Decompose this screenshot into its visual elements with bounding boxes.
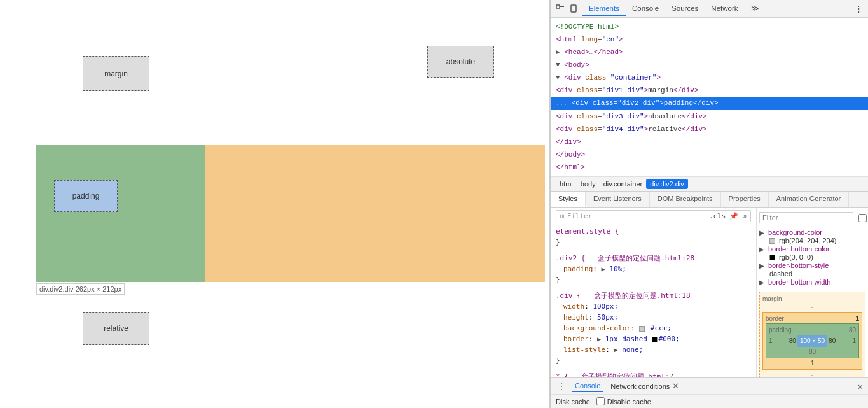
dom-line-div3[interactable]: <div class="div3 div">absolute</div> <box>556 110 863 123</box>
console-menu-icon[interactable]: ⋮ <box>556 381 567 392</box>
style-block-div2: .div2 { 盒子模型的定位问题.html:28 padding: ▶ 10%… <box>556 253 751 285</box>
box-border-area: border 1 padding80 1 80 100 × <box>762 312 862 370</box>
dom-line-doctype: <!DOCTYPE html> <box>556 20 863 33</box>
box-padding-area: padding80 1 80 100 × 50 80 1 <box>766 323 859 358</box>
console-tab[interactable]: Console <box>572 381 603 392</box>
subtab-dom-breakpoints[interactable]: DOM Breakpoints <box>650 192 721 207</box>
filter-icon: ⊞ <box>560 212 565 220</box>
computed-row-border-bottom-width: ▶ border-bottom-width <box>759 278 865 286</box>
computed-filter-bar: Show all <box>759 210 865 225</box>
show-all-label[interactable]: Show all <box>858 210 868 225</box>
box-model-panel: Show all ▶ background-color rgb(204, 204… <box>757 208 868 377</box>
show-all-checkbox[interactable] <box>858 214 867 222</box>
div-absolute: absolute <box>427 46 494 78</box>
filter-label: Filter <box>567 212 593 220</box>
subtab-properties[interactable]: Properties <box>721 192 769 207</box>
computed-bg-val: rgb(204, 204, 204) <box>759 237 865 244</box>
tab-more[interactable]: ≫ <box>745 1 766 17</box>
div-container: padding div.div2.div 262px × 212px <box>36 145 545 282</box>
subtab-animation-generator[interactable]: Animation Generator <box>769 192 850 207</box>
box-model-diagram: margin − - border 1 padding80 <box>759 292 865 377</box>
dom-line-container-close: </div> <box>556 136 863 148</box>
div-padding: padding <box>54 180 118 212</box>
svg-rect-0 <box>556 5 560 8</box>
dom-line-body-close: </body> <box>556 148 863 161</box>
subtab-event-listeners[interactable]: Event Listeners <box>586 192 650 207</box>
devtools-toolbar: Elements Console Sources Network ≫ ⋮ <box>551 0 868 18</box>
expand-border-width-icon[interactable]: ▶ <box>759 279 764 286</box>
computed-filter-input[interactable] <box>759 212 853 223</box>
tab-sources[interactable]: Sources <box>665 2 705 16</box>
computed-row-bg: ▶ background-color <box>759 228 865 237</box>
devtools-toolbar-right: ⋮ <box>853 3 864 15</box>
more-icon[interactable]: ⊕ <box>742 212 747 220</box>
div-container-right <box>205 145 545 282</box>
expand-border-style-icon[interactable]: ▶ <box>759 262 764 269</box>
disk-cache-bar: Disk cache Disable cache <box>551 395 868 408</box>
settings-icon[interactable]: ⋮ <box>853 3 864 15</box>
computed-border-style-val: dashed <box>759 270 865 278</box>
breadcrumb-body[interactable]: body <box>577 179 600 189</box>
div-tooltip: div.div2.div 262px × 212px <box>36 283 125 295</box>
close-console-icon[interactable]: ✕ <box>858 381 863 391</box>
dom-line-html[interactable]: <html lang="en"> <box>556 33 863 46</box>
styles-left: ⊞ Filter + .cls 📌 ⊕ element.style { } .d… <box>551 208 757 377</box>
style-block-element: element.style { } <box>556 226 751 248</box>
add-style-icon[interactable]: + <box>701 212 705 220</box>
dom-line-head[interactable]: ▶ <head>…</head> <box>556 46 863 59</box>
box-content-area: 100 × 50 <box>797 335 827 347</box>
styles-filter-bar: ⊞ Filter + .cls 📌 ⊕ <box>556 210 751 222</box>
style-block-div: .div { 盒子模型的定位问题.html:18 width: 100px; h… <box>556 290 751 366</box>
console-bar: ⋮ Console Network conditions ✕ ✕ <box>551 378 868 395</box>
computed-border-color-val: rgb(0, 0, 0) <box>759 253 865 261</box>
device-icon[interactable] <box>568 3 580 15</box>
disable-cache-label[interactable]: Disable cache <box>596 397 651 405</box>
expand-bg-icon[interactable]: ▶ <box>759 229 764 236</box>
dom-line-body[interactable]: ▼ <body> <box>556 59 863 71</box>
div-container-left: padding div.div2.div 262px × 212px <box>36 145 205 282</box>
style-block-star: * { 盒子模型的定位问题.html:7 margin: ▶ 0; paddin… <box>556 371 751 377</box>
dom-line-div1[interactable]: <div class="div1 div">margin</div> <box>556 84 863 97</box>
pin-icon[interactable]: 📌 <box>729 212 738 220</box>
box-margin: margin − - border 1 padding80 <box>759 292 865 377</box>
devtools-tabs: Elements Console Sources Network ≫ <box>582 1 850 17</box>
devtools-bottom: ⋮ Console Network conditions ✕ ✕ Disk ca… <box>551 377 868 408</box>
tab-network[interactable]: Network <box>705 2 744 16</box>
computed-row-border-bottom-color: ▶ border-bottom-color <box>759 244 865 253</box>
style-subtabs: Styles Event Listeners DOM Breakpoints P… <box>551 192 868 208</box>
devtools-panel: Elements Console Sources Network ≫ ⋮ <!D… <box>550 0 868 408</box>
div-relative: relative <box>83 312 149 345</box>
tab-elements[interactable]: Elements <box>582 2 626 16</box>
dom-line-div2[interactable]: ... <div class="div2 div">padding</div> <box>551 97 868 110</box>
svg-point-3 <box>573 10 574 11</box>
inspect-icon[interactable] <box>555 3 566 15</box>
dom-line-container[interactable]: ▼ <div class="container"> <box>556 71 863 84</box>
network-conditions-tab[interactable]: Network conditions ✕ <box>608 380 682 392</box>
expand-border-color-icon[interactable]: ▶ <box>759 246 764 253</box>
div-margin: margin <box>83 56 149 91</box>
breadcrumb: html body div.container div.div2.div <box>551 177 868 192</box>
dom-line-html-close: </html> <box>556 161 863 174</box>
breadcrumb-div2[interactable]: div.div2.div <box>646 179 688 189</box>
cls-button[interactable]: .cls <box>709 212 726 220</box>
breadcrumb-container[interactable]: div.container <box>600 179 647 189</box>
browser-viewport: margin absolute padding div.div2.div 262… <box>0 0 550 408</box>
dom-line-div4[interactable]: <div class="div4 div">relative</div> <box>556 123 863 136</box>
network-conditions-close-icon[interactable]: ✕ <box>672 381 679 391</box>
disk-cache-label: Disk cache <box>556 398 590 405</box>
styles-panel: ⊞ Filter + .cls 📌 ⊕ element.style { } .d… <box>551 208 868 377</box>
disable-cache-checkbox[interactable] <box>596 397 605 405</box>
computed-row-border-bottom-style: ▶ border-bottom-style <box>759 261 865 270</box>
breadcrumb-html[interactable]: html <box>556 179 577 189</box>
dom-tree: <!DOCTYPE html> <html lang="en"> ▶ <head… <box>551 18 868 177</box>
subtab-styles[interactable]: Styles <box>551 192 586 207</box>
tab-console[interactable]: Console <box>626 2 665 16</box>
